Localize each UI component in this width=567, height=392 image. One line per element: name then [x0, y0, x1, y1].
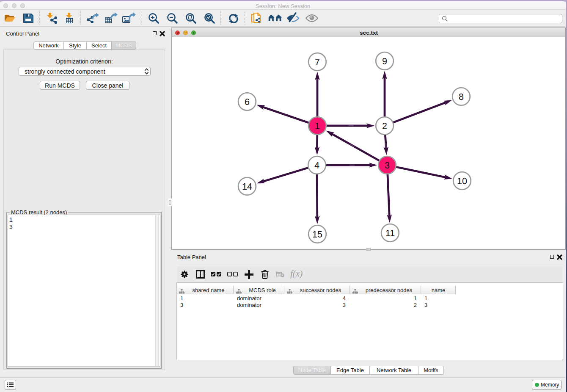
svg-text:10: 10: [457, 176, 467, 186]
svg-text:11: 11: [385, 228, 395, 238]
svg-text:1: 1: [315, 121, 320, 131]
svg-text:7: 7: [315, 57, 320, 67]
svg-text:14: 14: [242, 182, 252, 192]
svg-text:6: 6: [245, 97, 250, 107]
svg-text:3: 3: [385, 160, 390, 171]
svg-text:9: 9: [382, 56, 387, 66]
svg-text:4: 4: [314, 160, 319, 171]
svg-text:8: 8: [459, 92, 464, 102]
svg-text:2: 2: [382, 121, 387, 131]
svg-text:15: 15: [312, 229, 322, 240]
